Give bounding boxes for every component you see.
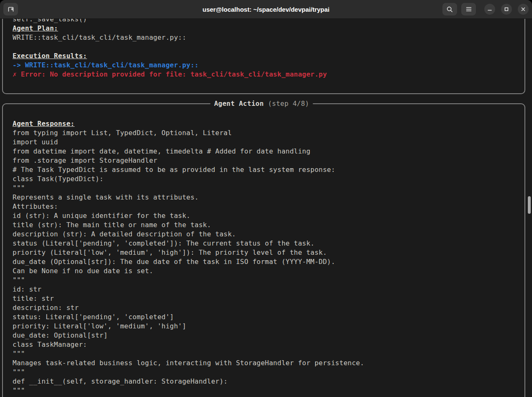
terminal-line: id (str): A unique identifier for the ta…: [13, 212, 523, 221]
terminal-line: from typing import List, TypedDict, Opti…: [13, 129, 523, 138]
new-tab-button[interactable]: [3, 3, 18, 15]
terminal-line: due_date (Optional[str]): The due date o…: [13, 258, 523, 267]
titlebar: user@localhost: ~/space/dev/devpai/trypa…: [0, 0, 532, 19]
terminal-line: priority (Literal['low', 'medium', 'high…: [13, 248, 523, 258]
terminal-line: title: str: [13, 295, 523, 304]
terminal-line: status: Literal['pending', 'completed']: [13, 313, 523, 322]
terminal-line: # The Task TypedDict is assumed to be as…: [13, 166, 523, 175]
panel-title-step: (step 4/8): [264, 100, 309, 108]
agent-action-panel: Agent Action (step 4/8) Agent Response:f…: [2, 103, 525, 397]
minimize-button[interactable]: [484, 4, 495, 15]
terminal-line: priority: Literal['low', 'medium', 'high…: [13, 322, 523, 331]
terminal-line: from datetime import date, datetime, tim…: [13, 147, 523, 156]
terminal-line: Execution Results:: [13, 52, 523, 61]
panel2-lines: Agent Response:from typing import List, …: [13, 120, 523, 397]
terminal-line: """: [13, 368, 523, 377]
terminal-line: description (str): A detailed descriptio…: [13, 230, 523, 239]
terminal-line: id: str: [13, 285, 523, 295]
terminal-line: """: [13, 184, 523, 193]
terminal-line: """: [13, 350, 523, 359]
agent-action-panel-title: Agent Action (step 4/8): [210, 100, 313, 108]
vertical-scrollbar-thumb[interactable]: [528, 196, 531, 214]
terminal-line: def __init__(self, storage_handler: Stor…: [13, 377, 523, 387]
search-button[interactable]: [442, 3, 457, 15]
terminal-line: class Task(TypedDict):: [13, 175, 523, 184]
maximize-button[interactable]: [501, 4, 512, 15]
terminal-line: class TaskManager:: [13, 341, 523, 350]
terminal-line: Agent Response:: [13, 120, 523, 129]
terminal-line: Manages task-related business logic, int…: [13, 359, 523, 368]
terminal-line: import uuid: [13, 138, 523, 147]
terminal-line: Can be None if no due date is set.: [13, 267, 523, 276]
menu-button[interactable]: [461, 3, 476, 15]
terminal-window: user@localhost: ~/space/dev/devpai/trypa…: [0, 0, 532, 397]
panel1-lines: self._save_tasks()Agent Plan:WRITE::task…: [13, 19, 523, 79]
new-tab-icon: [7, 5, 15, 13]
panel-title-name: Agent Action: [214, 100, 264, 108]
terminal-content-area[interactable]: self._save_tasks()Agent Plan:WRITE::task…: [0, 19, 532, 397]
terminal-line: from .storage import StorageHandler: [13, 156, 523, 166]
terminal-line: WRITE::task_cli/task_cli/task_manager.py…: [13, 33, 523, 43]
terminal-line: [13, 43, 523, 52]
terminal-line: status (Literal['pending', 'completed'])…: [13, 239, 523, 248]
execution-results-panel: self._save_tasks()Agent Plan:WRITE::task…: [2, 19, 525, 94]
terminal-line: -> WRITE::task_cli/task_cli/task_manager…: [13, 61, 523, 70]
minimize-icon: [487, 7, 492, 12]
terminal-line: due_date: Optional[str]: [13, 331, 523, 341]
terminal-line: title (str): The main title or name of t…: [13, 221, 523, 230]
terminal-line: ✗ Error: No description provided for fil…: [13, 70, 523, 79]
terminal-line: Agent Plan:: [13, 24, 523, 33]
terminal-line: Attributes:: [13, 202, 523, 212]
hamburger-menu-icon: [465, 6, 472, 12]
close-button[interactable]: [518, 4, 529, 15]
close-icon: [521, 7, 526, 12]
maximize-icon: [504, 7, 509, 12]
terminal-line: description: str: [13, 304, 523, 313]
terminal-line: Represents a single task with its attrib…: [13, 193, 523, 202]
terminal-line: """: [13, 387, 523, 396]
terminal-line: """: [13, 276, 523, 285]
search-icon: [446, 6, 453, 13]
terminal-line: self._save_tasks(): [13, 19, 523, 24]
